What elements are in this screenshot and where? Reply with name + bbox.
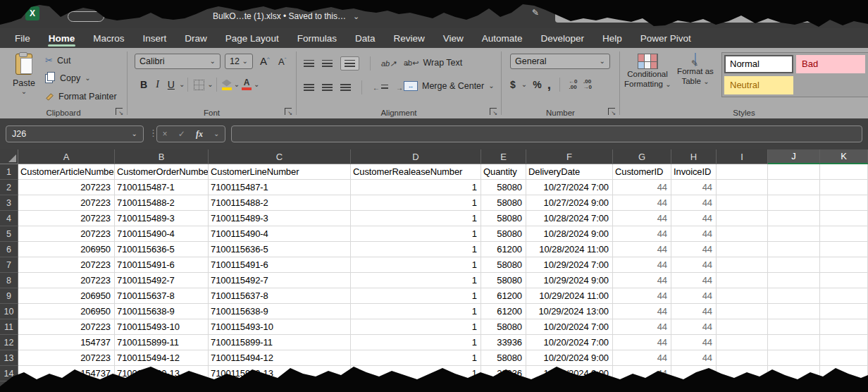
- top-align-button[interactable]: [304, 60, 314, 67]
- row-header-6[interactable]: 6: [0, 242, 18, 257]
- cell-J2[interactable]: [768, 180, 820, 195]
- cell-B7[interactable]: 7100115491-6: [115, 257, 209, 273]
- align-center-button[interactable]: [322, 84, 333, 91]
- autosave-toggle[interactable]: [68, 11, 104, 22]
- column-header-H[interactable]: H: [671, 149, 717, 164]
- row-header-8[interactable]: 8: [0, 273, 18, 288]
- cell-D1[interactable]: CustomerRealeaseNumber: [351, 164, 481, 180]
- font-color-button[interactable]: A: [242, 79, 252, 90]
- tab-formulas[interactable]: Formulas: [288, 28, 346, 48]
- cell-I7[interactable]: [717, 257, 768, 273]
- cell-A13[interactable]: 207223: [18, 350, 115, 366]
- cell-A2[interactable]: 207223: [18, 180, 115, 195]
- cell-B13[interactable]: 7100115494-12: [115, 350, 209, 366]
- cell-K10[interactable]: [820, 304, 868, 319]
- cell-J8[interactable]: [768, 273, 820, 288]
- row-header-5[interactable]: 5: [0, 226, 18, 242]
- cell-K12[interactable]: [820, 335, 868, 350]
- cell-H4[interactable]: 44: [671, 211, 717, 226]
- cell-A1[interactable]: CustomerArticleNumber: [18, 164, 115, 180]
- cell-E13[interactable]: 58080: [481, 350, 526, 366]
- merge-center-button[interactable]: ↔ Merge & Center ⌄: [404, 81, 495, 91]
- number-format-select[interactable]: General ⌄: [510, 54, 610, 69]
- cell-K8[interactable]: [820, 273, 868, 288]
- cell-J9[interactable]: [768, 288, 820, 304]
- row-header-7[interactable]: 7: [0, 257, 18, 273]
- cell-B8[interactable]: 7100115492-7: [115, 273, 209, 288]
- column-header-B[interactable]: B: [115, 149, 209, 164]
- cell-E4[interactable]: 58080: [481, 211, 526, 226]
- cell-C4[interactable]: 7100115489-3: [209, 211, 351, 226]
- tab-power-pivot[interactable]: Power Pivot: [631, 28, 700, 48]
- tab-macros[interactable]: Macros: [84, 28, 133, 48]
- cell-C9[interactable]: 7100115637-8: [209, 288, 351, 304]
- tab-file[interactable]: File: [6, 28, 39, 48]
- row-header-12[interactable]: 12: [0, 335, 18, 350]
- cell-A3[interactable]: 207223: [18, 195, 115, 211]
- cell-D11[interactable]: 1: [351, 319, 481, 335]
- cell-K14[interactable]: [820, 366, 868, 381]
- middle-align-button[interactable]: [322, 60, 333, 67]
- row-header-13[interactable]: 13: [0, 350, 18, 366]
- cell-C12[interactable]: 7100115899-11: [209, 335, 351, 350]
- cell-I4[interactable]: [717, 211, 768, 226]
- cell-D4[interactable]: 1: [351, 211, 481, 226]
- cell-D12[interactable]: 1: [351, 335, 481, 350]
- borders-dropdown[interactable]: ⌄: [207, 81, 213, 88]
- cell-A5[interactable]: 207223: [18, 226, 115, 242]
- tab-developer[interactable]: Developer: [532, 28, 594, 48]
- cell-G9[interactable]: 44: [613, 288, 671, 304]
- cell-A11[interactable]: 207223: [18, 319, 115, 335]
- cell-D10[interactable]: 1: [351, 304, 481, 319]
- cell-F9[interactable]: 10/29/2024 11:00: [526, 288, 613, 304]
- fill-color-dropdown[interactable]: ⌄: [234, 81, 240, 88]
- copy-dropdown[interactable]: ⌄: [85, 75, 90, 82]
- font-family-select[interactable]: Calibri ⌄: [135, 54, 221, 69]
- column-header-J[interactable]: J: [768, 149, 820, 164]
- cell-H11[interactable]: 44: [671, 319, 717, 335]
- cell-C8[interactable]: 7100115492-7: [209, 273, 351, 288]
- increase-decimal-button[interactable]: ←0.00: [569, 79, 577, 90]
- cell-A7[interactable]: 207223: [18, 257, 115, 273]
- font-color-dropdown[interactable]: ⌄: [254, 81, 259, 88]
- cell-F2[interactable]: 10/27/2024 7:00: [526, 180, 613, 195]
- select-all-corner[interactable]: [0, 149, 18, 164]
- cell-J1[interactable]: [768, 164, 820, 180]
- cell-F13[interactable]: 10/20/2024 9:00: [526, 350, 613, 366]
- cell-E14[interactable]: 33936: [481, 366, 526, 381]
- cell-I6[interactable]: [717, 242, 768, 257]
- format-as-table-button[interactable]: ✎ Format as Table ⌄: [672, 54, 719, 86]
- copy-button[interactable]: Copy ⌄: [45, 73, 91, 83]
- cell-D14[interactable]: 1: [351, 366, 481, 381]
- cell-K13[interactable]: [820, 350, 868, 366]
- cell-I12[interactable]: [717, 335, 768, 350]
- cell-G11[interactable]: 44: [613, 319, 671, 335]
- increase-font-size-button[interactable]: A^: [260, 55, 270, 67]
- cell-G3[interactable]: 44: [613, 195, 671, 211]
- cell-B3[interactable]: 7100115488-2: [115, 195, 209, 211]
- cut-button[interactable]: ✂ Cut: [45, 55, 70, 66]
- cell-D8[interactable]: 1: [351, 273, 481, 288]
- cell-F1[interactable]: DeliveryDate: [526, 164, 613, 180]
- cell-J4[interactable]: [768, 211, 820, 226]
- fill-color-button[interactable]: [222, 80, 232, 90]
- column-header-F[interactable]: F: [526, 149, 613, 164]
- cell-E9[interactable]: 61200: [481, 288, 526, 304]
- column-header-A[interactable]: A: [18, 149, 115, 164]
- cell-D6[interactable]: 1: [351, 242, 481, 257]
- document-title[interactable]: BulkO…te (1).xlsx • Saved to this… ⌄: [213, 11, 359, 21]
- row-header-3[interactable]: 3: [0, 195, 18, 211]
- cell-B14[interactable]: 7100115900-13: [115, 366, 209, 381]
- cell-F6[interactable]: 10/28/2024 11:00: [526, 242, 613, 257]
- cell-E10[interactable]: 61200: [481, 304, 526, 319]
- bold-button[interactable]: B: [136, 79, 151, 90]
- cell-F8[interactable]: 10/29/2024 9:00: [526, 273, 613, 288]
- cell-A4[interactable]: 207223: [18, 211, 115, 226]
- cell-F4[interactable]: 10/28/2024 7:00: [526, 211, 613, 226]
- cell-A14[interactable]: 154737: [18, 366, 115, 381]
- accounting-dropdown[interactable]: ⌄: [521, 81, 527, 88]
- tab-view[interactable]: View: [434, 28, 473, 48]
- cell-I2[interactable]: [717, 180, 768, 195]
- cell-F14[interactable]: 10/20/2024 9:00: [526, 366, 613, 381]
- font-dialog-launcher[interactable]: [285, 108, 292, 115]
